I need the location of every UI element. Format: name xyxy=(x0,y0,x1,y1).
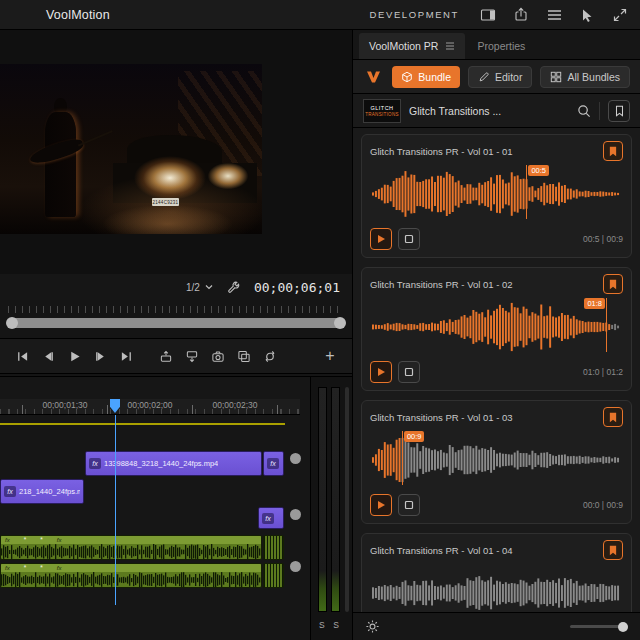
license-plate: 2144C9231 xyxy=(152,198,179,206)
marker-time-label: 01:8 xyxy=(584,298,605,309)
preview-stop-button[interactable] xyxy=(398,361,420,383)
loop-button[interactable] xyxy=(258,344,282,368)
sound-card-list[interactable]: Glitch Transitions PR - Vol 01 - 01 00:5… xyxy=(353,128,640,612)
monitor-settings-button[interactable] xyxy=(227,281,240,294)
audio-waveform xyxy=(1,572,261,588)
grid-icon xyxy=(550,71,562,83)
pointer-button[interactable] xyxy=(574,4,600,26)
waveform-marker[interactable]: 00:9 xyxy=(402,431,403,485)
waveform-area[interactable]: 00:5 xyxy=(372,165,621,223)
bookmark-icon xyxy=(608,146,618,157)
bookmark-button[interactable] xyxy=(603,274,623,294)
sound-card[interactable]: Glitch Transitions PR - Vol 01 - 01 00:5… xyxy=(361,134,632,258)
tab-properties[interactable]: Properties xyxy=(467,33,535,59)
preview-play-button[interactable] xyxy=(370,494,392,516)
settings-button[interactable] xyxy=(365,619,380,634)
volume-slider-knob[interactable] xyxy=(618,622,628,632)
bookmark-button[interactable] xyxy=(603,141,623,161)
video-clip[interactable]: fx xyxy=(263,451,284,476)
timeline-ruler[interactable]: 00;00;01;30 00;00;02;00 00;00;02;30 xyxy=(0,399,300,415)
audio-meter-right xyxy=(331,387,340,612)
all-bundles-button[interactable]: All Bundles xyxy=(540,66,630,88)
waveform-area[interactable] xyxy=(372,564,621,612)
meters-scrollbar[interactable] xyxy=(345,387,349,612)
track-v2: fx 13398848_3218_1440_24fps.mp4 fx xyxy=(0,451,285,477)
fullscreen-button[interactable] xyxy=(607,4,633,26)
sound-card[interactable]: Glitch Transitions PR - Vol 01 - 03 00:9… xyxy=(361,400,632,524)
timeline-panel: 00;00;01;30 00;00;02;00 00;00;02;30 fx 1… xyxy=(0,376,352,640)
play-button[interactable] xyxy=(62,344,86,368)
zoom-handle-right[interactable] xyxy=(334,317,346,329)
panel-toggle-button[interactable] xyxy=(475,4,501,26)
fx-badge: fx xyxy=(89,458,101,469)
bookmark-button[interactable] xyxy=(603,407,623,427)
clip-label: 13398848_3218_1440_24fps.mp4 xyxy=(104,459,218,468)
bundle-button[interactable]: Bundle xyxy=(392,66,460,88)
audio-clip[interactable]: fx * * fx xyxy=(0,563,262,588)
compare-button[interactable] xyxy=(232,344,256,368)
timecode-display[interactable]: 00;00;06;01 xyxy=(254,280,340,295)
bundle-title: Glitch Transitions ... xyxy=(409,105,569,117)
audio-clip[interactable] xyxy=(263,535,284,560)
tab-voolmotion-pr[interactable]: VoolMotion PR xyxy=(359,33,465,59)
track-a2: fx * * fx xyxy=(0,563,285,589)
skip-to-end-button[interactable] xyxy=(114,344,138,368)
sound-card[interactable]: Glitch Transitions PR - Vol 01 - 04 xyxy=(361,533,632,612)
bundle-thumbnail[interactable]: GLITCH TRANSITIONS xyxy=(363,99,401,123)
bundle-header-row: GLITCH TRANSITIONS Glitch Transitions ..… xyxy=(353,94,640,128)
saved-bookmarks-button[interactable] xyxy=(608,100,630,122)
waveform-marker[interactable]: 00:5 xyxy=(526,165,527,219)
fx-badge: fx xyxy=(5,564,10,572)
audio-clip[interactable]: fx * * fx xyxy=(0,535,262,560)
step-forward-button[interactable] xyxy=(88,344,112,368)
video-clip[interactable]: fx 13398848_3218_1440_24fps.mp4 xyxy=(85,451,262,476)
audio-waveform xyxy=(1,544,261,560)
volume-slider[interactable] xyxy=(570,621,628,633)
transport-controls: + xyxy=(0,338,352,374)
preview-stop-button[interactable] xyxy=(398,494,420,516)
preview-play-button[interactable] xyxy=(370,361,392,383)
audio-meter-left xyxy=(318,387,327,612)
skip-to-start-button[interactable] xyxy=(10,344,34,368)
track-scroll-handle[interactable] xyxy=(290,561,301,572)
preview-stop-button[interactable] xyxy=(398,228,420,250)
playhead-line xyxy=(115,415,116,605)
step-back-icon xyxy=(42,350,55,363)
waveform-area[interactable]: 01:8 xyxy=(372,298,621,356)
waveform-marker[interactable]: 01:8 xyxy=(606,298,607,352)
track-scroll-handle[interactable] xyxy=(290,509,301,520)
audio-clip[interactable] xyxy=(263,563,284,588)
video-clip[interactable]: fx 218_1440_24fps.mp4 xyxy=(0,479,84,504)
gear-icon xyxy=(365,619,380,634)
solo-label[interactable]: S xyxy=(333,620,339,630)
bookmark-button[interactable] xyxy=(603,540,623,560)
clip-marker-star: * xyxy=(24,536,27,544)
tab-menu-icon[interactable] xyxy=(445,42,455,50)
export-frame-button[interactable] xyxy=(206,344,230,368)
menu-button[interactable] xyxy=(541,4,567,26)
zoom-handle-left[interactable] xyxy=(6,317,18,329)
lift-button[interactable] xyxy=(154,344,178,368)
editor-button[interactable]: Editor xyxy=(468,66,532,88)
preview-play-button[interactable] xyxy=(370,228,392,250)
app-title: VoolMotion xyxy=(46,8,110,22)
step-back-button[interactable] xyxy=(36,344,60,368)
zoom-level-select[interactable]: 1/2 xyxy=(186,282,213,293)
play-icon xyxy=(68,350,81,363)
solo-label[interactable]: S xyxy=(319,620,325,630)
panel-bottom-bar xyxy=(353,612,640,640)
search-button[interactable] xyxy=(577,104,591,118)
ruler-time: 00;00;02;30 xyxy=(213,400,258,410)
video-clip[interactable]: fx xyxy=(258,507,284,529)
share-icon xyxy=(514,7,528,22)
clip-marker-star: * xyxy=(40,564,43,572)
share-button[interactable] xyxy=(508,4,534,26)
sound-card[interactable]: Glitch Transitions PR - Vol 01 - 02 01:8… xyxy=(361,267,632,391)
track-a1: fx * * fx xyxy=(0,535,285,561)
card-title: Glitch Transitions PR - Vol 01 - 02 xyxy=(370,279,513,290)
add-button[interactable]: + xyxy=(318,344,342,368)
extract-button[interactable] xyxy=(180,344,204,368)
track-scroll-handle[interactable] xyxy=(290,453,301,464)
zoom-scrollbar[interactable] xyxy=(8,318,344,328)
waveform-area[interactable]: 00:9 xyxy=(372,431,621,489)
